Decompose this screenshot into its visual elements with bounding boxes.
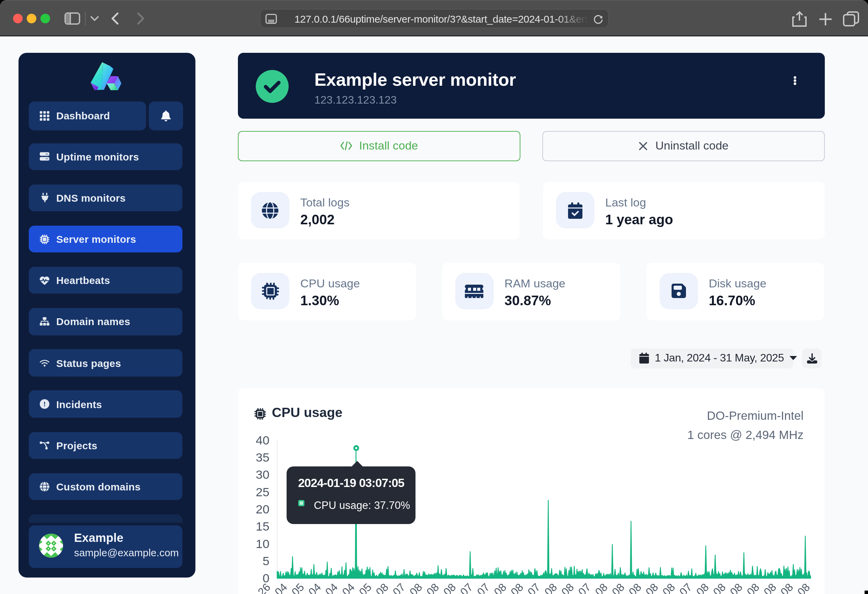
svg-text:08: 08 [542, 581, 559, 594]
svg-text:40: 40 [256, 433, 269, 447]
svg-text:08: 08 [778, 581, 796, 594]
svg-text:08: 08 [373, 581, 391, 594]
svg-text:05: 05 [289, 581, 307, 594]
svg-text:08: 08 [762, 581, 779, 594]
svg-text:08: 08 [728, 581, 745, 594]
svg-text:08: 08 [508, 581, 526, 594]
svg-text:08: 08 [559, 581, 576, 594]
svg-text:08: 08 [407, 581, 425, 594]
svg-text:05: 05 [357, 581, 374, 594]
svg-text:20: 20 [256, 502, 269, 516]
svg-text:5: 5 [263, 554, 269, 568]
svg-text:07: 07 [525, 581, 543, 594]
svg-text:10: 10 [256, 537, 269, 551]
svg-text:35: 35 [256, 450, 269, 464]
svg-text:07: 07 [677, 581, 695, 594]
svg-text:04: 04 [323, 581, 340, 594]
svg-text:15: 15 [256, 519, 269, 533]
svg-text:08: 08 [643, 581, 661, 594]
svg-text:25: 25 [256, 485, 269, 499]
svg-text:04: 04 [340, 581, 357, 594]
svg-text:07: 07 [576, 581, 593, 594]
svg-text:08: 08 [660, 581, 678, 594]
svg-text:08: 08 [610, 581, 627, 594]
svg-text:08: 08 [424, 581, 441, 594]
svg-text:08: 08 [441, 581, 458, 594]
svg-text:08: 08 [694, 581, 712, 594]
svg-text:04: 04 [306, 581, 323, 594]
svg-text:08: 08 [795, 581, 812, 594]
svg-text:30: 30 [256, 467, 269, 482]
svg-text:08: 08 [711, 581, 728, 594]
svg-text:26: 26 [255, 581, 273, 594]
svg-text:08: 08 [626, 581, 644, 594]
svg-text:07: 07 [458, 581, 475, 594]
svg-text:08: 08 [492, 581, 509, 594]
svg-text:07: 07 [390, 581, 407, 594]
svg-text:08: 08 [593, 581, 610, 594]
svg-text:07: 07 [475, 581, 492, 594]
svg-text:04: 04 [272, 581, 290, 594]
svg-text:08: 08 [744, 581, 762, 594]
